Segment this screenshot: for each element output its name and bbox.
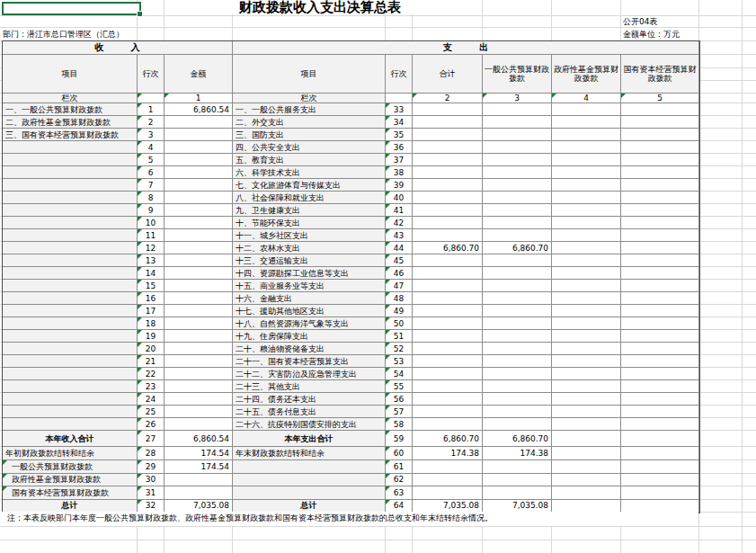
income-item-cell[interactable] [3, 166, 138, 179]
income-item-cell[interactable] [3, 330, 138, 343]
income-amount-cell[interactable]: 174.54 [165, 447, 233, 460]
exp-total-cell[interactable]: 6,860.70 [413, 431, 483, 447]
income-item-cell[interactable] [3, 242, 138, 254]
exp-state-capital-cell[interactable] [621, 447, 699, 460]
exp-item-cell[interactable]: 十三、交通运输支出 [233, 254, 386, 267]
income-item-cell[interactable]: 本年收入合计 [3, 431, 138, 447]
exp-line-cell[interactable]: 44 [386, 242, 413, 254]
exp-state-capital-cell[interactable] [621, 242, 699, 254]
exp-total-cell[interactable] [413, 330, 483, 343]
income-item-cell[interactable]: 二、政府性基金预算财政拨款 [3, 116, 138, 129]
exp-gov-fund-cell[interactable] [552, 474, 621, 487]
exp-general-budget-cell[interactable] [483, 217, 552, 229]
income-line-cell[interactable]: 27 [138, 431, 165, 447]
exp-gov-fund-cell[interactable] [552, 460, 621, 474]
exp-general-budget-cell[interactable] [483, 343, 552, 355]
exp-state-capital-cell[interactable] [621, 500, 699, 513]
exp-gov-fund-cell[interactable] [552, 217, 621, 229]
income-item-cell[interactable] [3, 179, 138, 192]
income-line-cell[interactable]: 9 [138, 204, 165, 217]
exp-total-cell[interactable]: 174.38 [413, 447, 483, 460]
exp-line-cell[interactable]: 35 [386, 129, 413, 141]
exp-state-capital-cell[interactable] [621, 254, 699, 267]
exp-gov-fund-cell[interactable] [552, 280, 621, 292]
exp-gov-fund-cell[interactable] [552, 447, 621, 460]
income-item-cell[interactable] [3, 217, 138, 229]
income-amount-cell[interactable] [165, 292, 233, 305]
income-amount-cell[interactable] [165, 418, 233, 431]
income-amount-cell[interactable] [165, 166, 233, 179]
income-item-cell[interactable] [3, 317, 138, 330]
income-line-cell[interactable]: 6 [138, 166, 165, 179]
exp-item-cell[interactable]: 十四、资源勘探工业信息等支出 [233, 267, 386, 280]
income-line-cell[interactable]: 14 [138, 267, 165, 280]
exp-general-budget-cell[interactable] [483, 418, 552, 431]
income-item-cell[interactable] [3, 154, 138, 166]
exp-gov-fund-cell[interactable] [552, 166, 621, 179]
exp-total-cell[interactable] [413, 116, 483, 129]
exp-state-capital-cell[interactable] [621, 280, 699, 292]
exp-total-cell[interactable] [413, 217, 483, 229]
income-line-cell[interactable]: 16 [138, 292, 165, 305]
exp-total-cell[interactable] [413, 486, 483, 500]
exp-total-cell[interactable] [413, 368, 483, 380]
exp-column-number[interactable]: 2 [413, 94, 483, 103]
exp-line-cell[interactable]: 48 [386, 292, 413, 305]
income-item-cell[interactable] [3, 380, 138, 393]
exp-column-number[interactable]: 5 [621, 94, 699, 103]
exp-general-budget-cell[interactable] [483, 305, 552, 317]
exp-general-budget-cell[interactable] [483, 103, 552, 116]
income-line-cell[interactable]: 12 [138, 242, 165, 254]
exp-gov-fund-cell[interactable] [552, 129, 621, 141]
exp-total-cell[interactable] [413, 280, 483, 292]
income-item-cell[interactable]: 总计 [3, 500, 138, 513]
exp-line-cell[interactable]: 39 [386, 179, 413, 192]
exp-item-cell[interactable]: 七、文化旅游体育与传媒支出 [233, 179, 386, 192]
exp-item-cell[interactable] [233, 486, 386, 500]
income-line-cell[interactable]: 10 [138, 217, 165, 229]
exp-total-cell[interactable] [413, 474, 483, 487]
exp-item-cell[interactable]: 二十五、债务付息支出 [233, 406, 386, 418]
income-line-cell[interactable]: 23 [138, 380, 165, 393]
exp-state-capital-cell[interactable] [621, 418, 699, 431]
income-amount-cell[interactable]: 7,035.08 [165, 500, 233, 513]
exp-total-cell[interactable] [413, 355, 483, 368]
exp-state-capital-cell[interactable] [621, 192, 699, 204]
exp-total-cell[interactable] [413, 393, 483, 406]
exp-line-cell[interactable]: 51 [386, 330, 413, 343]
exp-total-cell[interactable] [413, 103, 483, 116]
income-item-cell[interactable]: 年初财政拨款结转和结余 [3, 447, 138, 460]
exp-line-cell[interactable]: 63 [386, 486, 413, 500]
exp-general-budget-cell[interactable] [483, 355, 552, 368]
income-line-cell[interactable]: 15 [138, 280, 165, 292]
exp-state-capital-cell[interactable] [621, 343, 699, 355]
exp-line-cell[interactable]: 58 [386, 418, 413, 431]
income-item-cell[interactable] [3, 305, 138, 317]
exp-item-cell[interactable]: 年末财政拨款结转和结余 [233, 447, 386, 460]
table-code-label[interactable]: 公开04表 [623, 16, 657, 27]
income-amount-cell[interactable] [165, 474, 233, 487]
income-amount-cell[interactable] [165, 343, 233, 355]
income-item-cell[interactable] [3, 368, 138, 380]
exp-item-cell[interactable]: 十九、住房保障支出 [233, 330, 386, 343]
exp-header-line[interactable]: 行次 [386, 55, 413, 94]
exp-line-cell[interactable]: 33 [386, 103, 413, 116]
exp-gov-fund-cell[interactable] [552, 355, 621, 368]
income-header-item[interactable]: 项目 [3, 55, 138, 94]
income-item-cell[interactable] [3, 292, 138, 305]
exp-line-cell[interactable]: 61 [386, 460, 413, 474]
exp-general-budget-cell[interactable] [483, 368, 552, 380]
exp-total-cell[interactable] [413, 460, 483, 474]
income-amount-cell[interactable] [165, 229, 233, 242]
income-item-cell[interactable] [3, 267, 138, 280]
exp-total-cell[interactable] [413, 343, 483, 355]
exp-item-cell[interactable]: 六、科学技术支出 [233, 166, 386, 179]
exp-state-capital-cell[interactable] [621, 380, 699, 393]
income-amount-cell[interactable]: 6,860.54 [165, 103, 233, 116]
exp-gov-fund-cell[interactable] [552, 192, 621, 204]
exp-header-general-budget[interactable]: 一般公共预算财政拨款 [483, 55, 552, 94]
income-amount-cell[interactable] [165, 330, 233, 343]
income-line-cell[interactable]: 3 [138, 129, 165, 141]
exp-line-cell[interactable]: 49 [386, 305, 413, 317]
exp-item-cell[interactable]: 一、一般公共服务支出 [233, 103, 386, 116]
